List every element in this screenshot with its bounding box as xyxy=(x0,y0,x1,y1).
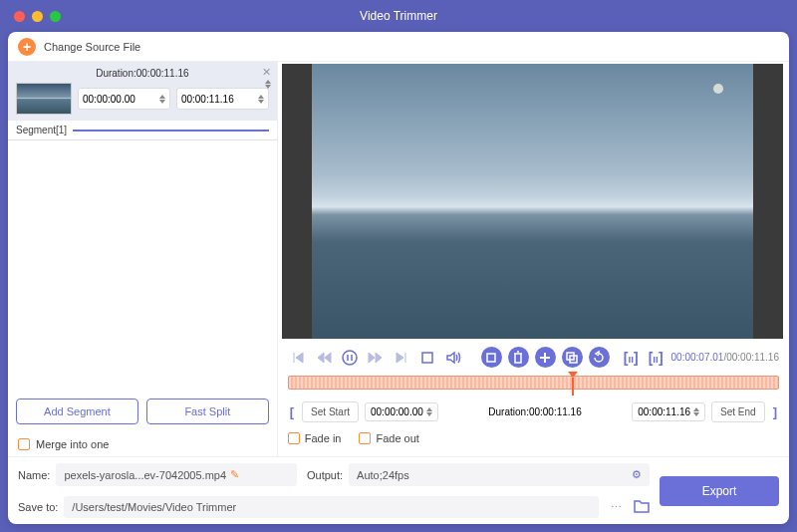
chevron-up-icon[interactable] xyxy=(265,80,271,84)
segment-item[interactable]: ✕ Duration:00:00:11.16 00:00:00.00 00:00… xyxy=(8,62,277,121)
forward-icon[interactable] xyxy=(366,348,386,368)
fade-out-checkbox[interactable] xyxy=(359,432,371,444)
output-label: Output: xyxy=(307,469,343,481)
svg-rect-2 xyxy=(487,354,495,362)
save-path-field[interactable]: /Users/test/Movies/Video Trimmer xyxy=(64,496,599,518)
fade-out-label: Fade out xyxy=(376,432,418,444)
change-source-label[interactable]: Change Source File xyxy=(44,41,140,53)
bracket-in-icon[interactable]: [ıı] xyxy=(622,350,641,366)
window-controls xyxy=(0,11,61,22)
chevron-down-icon[interactable] xyxy=(265,85,271,89)
range-start-input[interactable]: 00:00:00.00 xyxy=(365,402,438,421)
close-window-button[interactable] xyxy=(14,11,25,22)
range-row: [ Set Start 00:00:00.00 Duration:00:00:1… xyxy=(278,399,789,424)
segment-reorder xyxy=(262,80,271,89)
chevron-down-icon[interactable] xyxy=(426,412,432,416)
rewind-icon[interactable] xyxy=(314,348,334,368)
main-window: + Change Source File ✕ Duration:00:00:11… xyxy=(8,32,789,524)
topbar: + Change Source File xyxy=(8,32,789,62)
delete-icon[interactable] xyxy=(508,347,529,368)
maximize-window-button[interactable] xyxy=(50,11,61,22)
chevron-down-icon[interactable] xyxy=(159,100,165,104)
bracket-out-icon[interactable]: [ıı] xyxy=(647,350,665,366)
chevron-up-icon[interactable] xyxy=(258,95,264,99)
merge-checkbox[interactable] xyxy=(18,438,30,450)
output-bar: Name: pexels-yarosla...ev-7042005.mp4 ✎ … xyxy=(8,456,789,524)
segment-end-value: 00:00:11.16 xyxy=(181,94,255,105)
segment-start-input[interactable]: 00:00:00.00 xyxy=(78,88,170,110)
set-start-button[interactable]: Set Start xyxy=(302,401,359,422)
chevron-up-icon[interactable] xyxy=(693,407,699,411)
moon-detail xyxy=(713,84,723,94)
stop-icon[interactable] xyxy=(417,348,437,368)
chevron-up-icon[interactable] xyxy=(159,95,165,99)
output-value: Auto;24fps xyxy=(357,469,409,481)
titlebar: Video Trimmer xyxy=(0,0,797,32)
range-duration-label: Duration:00:00:11.16 xyxy=(444,406,626,417)
app-title: Video Trimmer xyxy=(360,9,437,23)
segment-progress-line xyxy=(73,130,269,132)
chevron-down-icon[interactable] xyxy=(693,412,699,416)
merge-label: Merge into one xyxy=(36,438,109,450)
gear-icon[interactable]: ⚙ xyxy=(632,468,642,481)
segment-duration-label: Duration:00:00:11.16 xyxy=(16,68,269,79)
video-preview[interactable] xyxy=(282,64,783,339)
more-icon[interactable]: ⋯ xyxy=(605,501,628,514)
folder-icon[interactable] xyxy=(634,499,650,515)
close-icon[interactable]: ✕ xyxy=(262,66,271,79)
body: ✕ Duration:00:00:11.16 00:00:00.00 00:00… xyxy=(8,62,789,456)
edit-icon[interactable]: ✎ xyxy=(230,468,239,481)
segment-name-row: Segment[1] xyxy=(8,121,277,140)
range-end-input[interactable]: 00:00:11.16 xyxy=(632,402,705,421)
bracket-open-icon[interactable]: [ xyxy=(288,404,296,419)
minimize-window-button[interactable] xyxy=(32,11,43,22)
range-start-value: 00:00:00.00 xyxy=(371,406,423,417)
filename-value: pexels-yarosla...ev-7042005.mp4 xyxy=(64,469,226,481)
total-time: /00:00:11.16 xyxy=(723,352,779,363)
svg-point-0 xyxy=(343,351,357,365)
video-frame xyxy=(312,64,753,339)
copy-icon[interactable] xyxy=(562,347,583,368)
fast-split-button[interactable]: Fast Split xyxy=(146,399,269,424)
volume-icon[interactable] xyxy=(443,348,463,368)
segment-thumbnail xyxy=(16,83,72,115)
range-end-value: 00:00:11.16 xyxy=(638,406,690,417)
save-path-value: /Users/test/Movies/Video Trimmer xyxy=(72,501,236,513)
segment-start-value: 00:00:00.00 xyxy=(83,94,156,105)
timeline-track[interactable] xyxy=(288,376,779,390)
fade-options: Fade in Fade out xyxy=(278,424,789,452)
current-time: 00:00:07.01 xyxy=(671,352,724,363)
time-display: 00:00:07.01/00:00:11.16 xyxy=(671,352,779,363)
add-icon[interactable] xyxy=(535,347,556,368)
playhead[interactable] xyxy=(568,372,578,378)
name-label: Name: xyxy=(18,469,50,481)
add-segment-button[interactable]: Add Segment xyxy=(16,399,138,424)
add-source-button[interactable]: + xyxy=(18,38,36,56)
fade-in-checkbox[interactable] xyxy=(288,432,300,444)
playback-controls: [ıı] [ıı] 00:00:07.01/00:00:11.16 xyxy=(278,345,789,370)
segment-end-input[interactable]: 00:00:11.16 xyxy=(176,88,269,110)
chevron-up-icon[interactable] xyxy=(426,407,432,411)
reset-icon[interactable] xyxy=(589,347,610,368)
save-label: Save to: xyxy=(18,501,58,513)
skip-end-icon[interactable] xyxy=(392,348,411,368)
timeline[interactable] xyxy=(288,376,779,394)
segment-name: Segment[1] xyxy=(16,125,67,135)
filename-field[interactable]: pexels-yarosla...ev-7042005.mp4 ✎ xyxy=(56,463,297,486)
svg-rect-1 xyxy=(422,353,432,363)
fade-in-label: Fade in xyxy=(305,432,342,444)
export-button[interactable]: Export xyxy=(660,476,779,506)
set-end-button[interactable]: Set End xyxy=(711,401,765,422)
skip-start-icon[interactable] xyxy=(288,348,308,368)
chevron-down-icon[interactable] xyxy=(258,100,264,104)
preview-panel: [ıı] [ıı] 00:00:07.01/00:00:11.16 [ Set … xyxy=(278,62,789,456)
output-field[interactable]: Auto;24fps ⚙ xyxy=(349,463,650,486)
segment-panel: ✕ Duration:00:00:11.16 00:00:00.00 00:00… xyxy=(8,62,278,456)
pause-icon[interactable] xyxy=(340,348,360,368)
bracket-close-icon[interactable]: ] xyxy=(771,404,779,419)
crop-icon[interactable] xyxy=(481,347,502,368)
